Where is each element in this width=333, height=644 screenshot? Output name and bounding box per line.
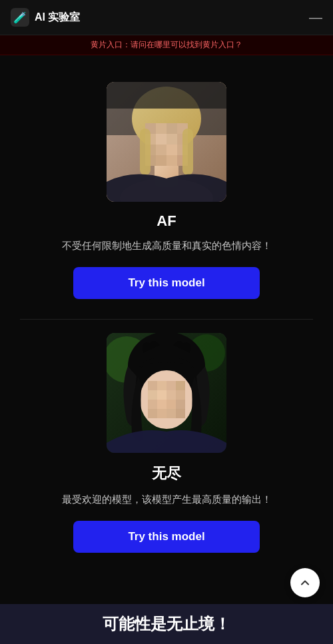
svg-rect-20 — [166, 155, 177, 166]
model-2-name: 无尽 — [152, 464, 181, 483]
avatar-1 — [107, 82, 226, 202]
model-card-2: 无尽 最受欢迎的模型，该模型产生最高质量的输出！ Try this model — [20, 320, 313, 573]
svg-rect-11 — [156, 134, 166, 145]
svg-rect-46 — [176, 409, 185, 418]
svg-rect-39 — [148, 400, 157, 409]
footer-text: 可能性是无止境！ — [13, 613, 320, 635]
scroll-top-button[interactable] — [290, 568, 320, 597]
svg-rect-7 — [156, 123, 166, 134]
svg-rect-38 — [176, 390, 185, 400]
svg-rect-31 — [148, 381, 157, 390]
svg-rect-16 — [166, 145, 177, 155]
svg-rect-24 — [107, 82, 226, 109]
svg-rect-33 — [166, 381, 176, 390]
svg-rect-8 — [166, 123, 177, 134]
menu-icon[interactable]: — — [309, 10, 322, 25]
top-bar: 🧪 AI 实验室 — — [0, 0, 333, 35]
model-1-name: AF — [157, 212, 176, 230]
svg-rect-40 — [157, 400, 166, 409]
svg-rect-42 — [176, 400, 185, 409]
top-bar-left: 🧪 AI 实验室 — [11, 8, 80, 27]
svg-rect-45 — [166, 409, 176, 418]
svg-rect-34 — [176, 381, 185, 390]
svg-rect-22 — [140, 129, 151, 175]
svg-rect-41 — [166, 400, 176, 409]
svg-rect-43 — [148, 409, 157, 418]
model-1-desc: 不受任何限制地生成高质量和真实的色情内容！ — [62, 238, 272, 254]
avatar-2 — [107, 333, 226, 453]
svg-rect-23 — [182, 129, 193, 175]
svg-rect-36 — [157, 390, 166, 400]
svg-rect-15 — [156, 145, 166, 155]
bottom-bar: 可能性是无止境！ — [0, 604, 333, 644]
svg-rect-35 — [148, 390, 157, 400]
model-2-desc: 最受欢迎的模型，该模型产生最高质量的输出！ — [62, 491, 272, 507]
try-model-1-button[interactable]: Try this model — [73, 267, 260, 299]
svg-rect-12 — [166, 134, 177, 145]
try-model-2-button[interactable]: Try this model — [73, 521, 260, 553]
model-card-1: AF 不受任何限制地生成高质量和真实的色情内容！ Try this model — [20, 69, 313, 319]
warning-bar: 黄片入口：请问在哪里可以找到黄片入口？ — [0, 35, 333, 55]
svg-rect-32 — [157, 381, 166, 390]
svg-rect-19 — [156, 155, 166, 166]
app-icon: 🧪 — [11, 8, 29, 27]
svg-rect-37 — [166, 390, 176, 400]
main-content: AF 不受任何限制地生成高质量和真实的色情内容！ Try this model — [0, 55, 333, 586]
svg-rect-44 — [157, 409, 166, 418]
app-title: AI 实验室 — [35, 11, 80, 25]
